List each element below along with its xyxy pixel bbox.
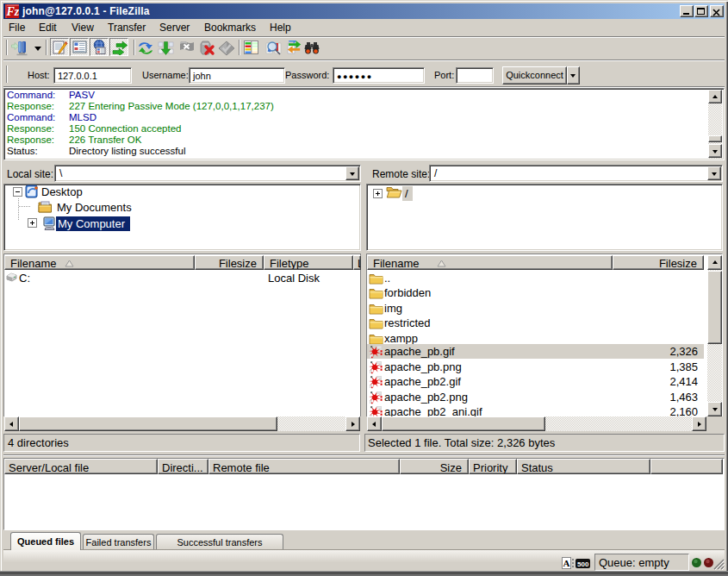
svg-text:Fz: Fz bbox=[6, 5, 20, 18]
svg-text:500: 500 bbox=[577, 560, 589, 568]
svg-text:A: A bbox=[563, 558, 570, 568]
